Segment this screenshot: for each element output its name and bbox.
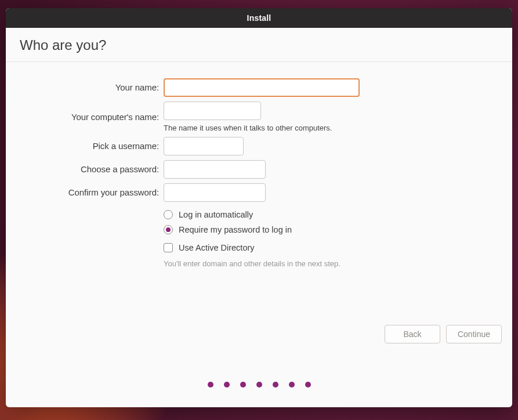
login-automatically-label: Log in automatically <box>179 209 253 220</box>
login-automatically-radio[interactable]: Log in automatically <box>164 209 498 220</box>
checkbox-icon <box>164 243 173 252</box>
continue-button[interactable]: Continue <box>446 325 502 343</box>
page-header: Who are you? <box>6 28 512 62</box>
computer-name-label: Your computer's name: <box>20 112 159 122</box>
your-name-label: Your name: <box>20 82 159 93</box>
computer-name-input[interactable] <box>164 102 261 120</box>
back-button[interactable]: Back <box>385 325 440 343</box>
username-input[interactable] <box>164 137 244 155</box>
password-input[interactable] <box>164 160 266 179</box>
window-titlebar: Install <box>6 8 512 28</box>
progress-dot <box>240 382 246 388</box>
footer-buttons: Back Continue <box>385 325 502 343</box>
progress-dot <box>289 382 295 388</box>
require-password-radio[interactable]: Require my password to log in <box>164 224 498 236</box>
require-password-label: Require my password to log in <box>179 224 292 236</box>
confirm-password-label: Confirm your password: <box>20 187 159 198</box>
radio-icon <box>164 210 173 219</box>
password-label: Choose a password: <box>20 164 159 175</box>
progress-dot <box>224 382 230 388</box>
radio-icon <box>164 225 173 234</box>
progress-dot <box>305 382 311 388</box>
username-label: Pick a username: <box>20 141 159 151</box>
window-title: Install <box>247 13 271 23</box>
progress-dot <box>208 382 213 388</box>
active-directory-hint: You'll enter domain and other details in… <box>164 259 498 268</box>
active-directory-label: Use Active Directory <box>179 242 255 254</box>
progress-dots <box>6 382 512 388</box>
confirm-password-input[interactable] <box>164 183 266 202</box>
computer-name-hint: The name it uses when it talks to other … <box>164 124 332 132</box>
page-content: Your name: Your computer's name: The nam… <box>6 62 512 407</box>
progress-dot <box>256 382 262 388</box>
login-options: Log in automatically Require my password… <box>164 209 498 268</box>
desktop-background: Install Who are you? Your name: Your com… <box>0 0 518 420</box>
your-name-input[interactable] <box>164 78 360 97</box>
page-title: Who are you? <box>20 37 498 53</box>
user-form: Your name: Your computer's name: The nam… <box>20 78 498 268</box>
install-window: Install Who are you? Your name: Your com… <box>6 8 512 407</box>
active-directory-checkbox[interactable]: Use Active Directory <box>164 242 498 254</box>
progress-dot <box>273 382 278 388</box>
